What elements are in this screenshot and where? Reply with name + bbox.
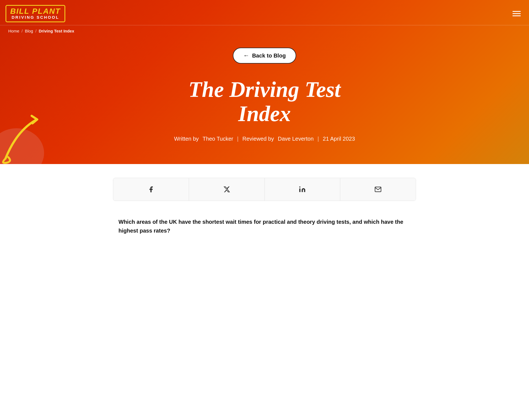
reviewer-prefix: Reviewed by bbox=[242, 136, 274, 142]
hamburger-line-3 bbox=[512, 15, 521, 16]
back-to-blog-button[interactable]: ← Back to Blog bbox=[233, 48, 296, 64]
breadcrumb-blog[interactable]: Blog bbox=[25, 29, 33, 33]
hero-section: ← Back to Blog The Driving Test Index Wr… bbox=[0, 37, 529, 164]
main-content: Which areas of the UK have the shortest … bbox=[0, 164, 529, 252]
x-icon bbox=[223, 186, 230, 193]
svg-point-1 bbox=[299, 186, 301, 187]
meta-sep-2: | bbox=[317, 136, 319, 142]
reviewer-name: Dave Leverton bbox=[278, 136, 314, 142]
hamburger-line-1 bbox=[512, 11, 521, 12]
hamburger-menu[interactable] bbox=[512, 11, 521, 16]
share-email-button[interactable] bbox=[340, 178, 416, 201]
email-icon bbox=[374, 186, 382, 193]
share-facebook-button[interactable] bbox=[113, 178, 189, 201]
breadcrumb-home[interactable]: Home bbox=[8, 29, 19, 33]
author-name: Theo Tucker bbox=[203, 136, 233, 142]
breadcrumb: Home / Blog / Driving Test Index bbox=[0, 25, 529, 37]
author-meta: Written by Theo Tucker | Reviewed by Dav… bbox=[6, 136, 523, 142]
linkedin-icon bbox=[299, 186, 306, 193]
logo-line2: DRIVING SCHOOL bbox=[10, 15, 61, 19]
meta-sep-1: | bbox=[237, 136, 239, 142]
publish-date: 21 April 2023 bbox=[323, 136, 355, 142]
back-arrow-icon: ← bbox=[243, 52, 249, 59]
author-prefix: Written by bbox=[174, 136, 199, 142]
hamburger-line-2 bbox=[512, 13, 521, 14]
facebook-icon bbox=[147, 186, 155, 193]
back-to-blog-label: Back to Blog bbox=[252, 53, 286, 59]
header-top: BILL PLANT DRIVING SCHOOL bbox=[0, 0, 529, 25]
share-x-button[interactable] bbox=[189, 178, 265, 201]
intro-text: Which areas of the UK have the shortest … bbox=[118, 217, 411, 235]
page-title: The Driving Test Index bbox=[168, 77, 361, 126]
breadcrumb-current: Driving Test Index bbox=[39, 29, 74, 33]
breadcrumb-sep-2: / bbox=[35, 29, 36, 33]
breadcrumb-sep-1: / bbox=[21, 29, 23, 33]
share-bar bbox=[113, 178, 416, 201]
share-linkedin-button[interactable] bbox=[265, 178, 341, 201]
decorative-swoosh bbox=[0, 103, 50, 164]
logo-line1: BILL PLANT bbox=[10, 7, 61, 15]
header: BILL PLANT DRIVING SCHOOL Home / Blog / … bbox=[0, 0, 529, 164]
article-intro: Which areas of the UK have the shortest … bbox=[113, 217, 416, 252]
site-logo[interactable]: BILL PLANT DRIVING SCHOOL bbox=[6, 5, 65, 22]
